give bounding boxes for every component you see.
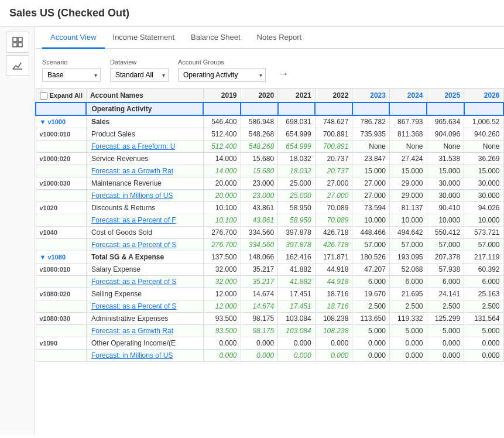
value-cell: 162.416 bbox=[278, 251, 316, 264]
account-name-cell: Total SG & A Expense bbox=[86, 251, 203, 264]
account-name-cell[interactable]: Forecast: in Millions of US bbox=[86, 190, 203, 202]
value-cell: 0.000 bbox=[278, 337, 316, 350]
account-name-cell[interactable]: Forecast: as a Percent of S bbox=[86, 276, 203, 288]
expand-cell[interactable]: ▼ v1080 bbox=[36, 251, 86, 264]
value-cell: 448.466 bbox=[352, 227, 390, 239]
value-cell: 18.716 bbox=[315, 300, 352, 313]
table-row: Forecast: as a Freeform: U512.400548.268… bbox=[36, 141, 503, 153]
value-cell: 15.680 bbox=[241, 165, 278, 177]
value-cell: None bbox=[389, 141, 427, 153]
value-cell: 217.119 bbox=[464, 251, 503, 264]
account-name-cell[interactable]: Forecast: as a Growth Rat bbox=[86, 325, 203, 337]
account-name-cell: Service Revenues bbox=[86, 153, 203, 165]
expand-cell[interactable]: v1000:020 bbox=[36, 153, 86, 165]
table-row: Forecast: as a Growth Rat14.00015.68018.… bbox=[36, 165, 503, 177]
expand-cell[interactable]: v1000:030 bbox=[36, 177, 86, 190]
value-cell: 965.634 bbox=[427, 115, 464, 128]
col-header-2019: 2019 bbox=[203, 89, 241, 103]
value-cell: 573.721 bbox=[464, 227, 503, 239]
expand-cell[interactable]: v1040 bbox=[36, 227, 86, 239]
value-cell bbox=[352, 102, 390, 115]
col-header-2023[interactable]: 2023 bbox=[352, 89, 390, 103]
value-cell: 0.000 bbox=[389, 337, 427, 350]
expand-cell[interactable]: v1080:020 bbox=[36, 288, 86, 300]
col-header-2024[interactable]: 2024 bbox=[389, 89, 427, 103]
grid-view-icon[interactable] bbox=[6, 32, 29, 53]
table-row: Forecast: as a Percent of S32.00035.2174… bbox=[36, 276, 503, 288]
expand-cell[interactable]: ▼ v1000 bbox=[36, 115, 86, 128]
value-cell: 20.000 bbox=[203, 177, 241, 190]
dataview-select[interactable]: Standard All bbox=[110, 68, 169, 82]
chart-view-icon[interactable] bbox=[6, 55, 29, 76]
expand-cell[interactable]: v1080:030 bbox=[36, 313, 86, 325]
table-row: v1000:020Service Revenues14.00015.68018.… bbox=[36, 153, 503, 165]
table-row: Forecast: in Millions of US0.0000.0000.0… bbox=[36, 350, 503, 362]
value-cell: 27.424 bbox=[389, 153, 427, 165]
value-cell bbox=[278, 102, 316, 115]
svg-rect-3 bbox=[18, 43, 22, 47]
value-cell: 171.871 bbox=[315, 251, 352, 264]
value-cell bbox=[315, 102, 352, 115]
table-row: Forecast: as a Percent of F10.10043.8615… bbox=[36, 214, 503, 227]
value-cell: 52.068 bbox=[389, 264, 427, 276]
value-cell: 0.000 bbox=[203, 350, 241, 362]
expand-cell[interactable]: v1080:010 bbox=[36, 264, 86, 276]
navigate-button[interactable]: → bbox=[275, 66, 292, 82]
expand-cell[interactable]: v1020 bbox=[36, 202, 86, 214]
value-cell: 60.392 bbox=[464, 264, 503, 276]
value-cell: 98.175 bbox=[241, 325, 278, 337]
value-cell: 700.891 bbox=[315, 141, 352, 153]
tab-notes-report[interactable]: Notes Report bbox=[249, 27, 310, 49]
value-cell: 546.400 bbox=[203, 115, 241, 128]
account-groups-filter-group: Account Groups Operating Activity bbox=[178, 59, 266, 82]
expand-cell bbox=[36, 300, 86, 313]
account-name-cell[interactable]: Forecast: as a Percent of S bbox=[86, 239, 203, 251]
col-header-2025[interactable]: 2025 bbox=[427, 89, 464, 103]
account-name-cell: Operating Activity bbox=[86, 102, 203, 115]
table-header-row: Expand All Account Names 2019 2020 2021 … bbox=[36, 89, 503, 103]
table-row: v1000:030Maintenance Revenue20.00023.000… bbox=[36, 177, 503, 190]
account-name-cell: Sales bbox=[86, 115, 203, 128]
value-cell: 748.627 bbox=[315, 115, 352, 128]
value-cell: 137.500 bbox=[203, 251, 241, 264]
expand-cell bbox=[36, 141, 86, 153]
value-cell: 23.000 bbox=[241, 190, 278, 202]
value-cell: 36.269 bbox=[464, 153, 503, 165]
table-row: Forecast: as a Percent of S276.700334.56… bbox=[36, 239, 503, 251]
account-name-cell[interactable]: Forecast: as a Freeform: U bbox=[86, 141, 203, 153]
scenario-select[interactable]: Base bbox=[42, 68, 101, 82]
expand-cell[interactable]: v1090 bbox=[36, 337, 86, 350]
value-cell: 57.000 bbox=[464, 239, 503, 251]
value-cell: 12.000 bbox=[203, 288, 241, 300]
value-cell: 108.238 bbox=[315, 325, 352, 337]
expand-all-checkbox[interactable] bbox=[40, 92, 47, 100]
account-name-cell[interactable]: Forecast: in Millions of US bbox=[86, 350, 203, 362]
expand-cell[interactable]: v1000:010 bbox=[36, 128, 86, 141]
value-cell: 90.410 bbox=[427, 202, 464, 214]
account-name-cell: Other Operating Income/(E bbox=[86, 337, 203, 350]
value-cell: 180.526 bbox=[352, 251, 390, 264]
value-cell: 93.500 bbox=[203, 325, 241, 337]
tab-account-view[interactable]: Account View bbox=[42, 27, 105, 49]
title-bar: Sales US (Checked Out) bbox=[0, 0, 504, 27]
value-cell: 904.096 bbox=[427, 128, 464, 141]
col-header-2021: 2021 bbox=[278, 89, 316, 103]
tab-income-statement[interactable]: Income Statement bbox=[105, 27, 183, 49]
account-groups-select-wrapper: Operating Activity bbox=[178, 68, 266, 82]
value-cell: 30.000 bbox=[464, 190, 503, 202]
tab-balance-sheet[interactable]: Balance Sheet bbox=[183, 27, 249, 49]
value-cell: 32.000 bbox=[203, 264, 241, 276]
scenario-label: Scenario bbox=[42, 59, 101, 66]
dataview-filter-group: Dataview Standard All bbox=[110, 59, 169, 82]
value-cell: 397.878 bbox=[278, 239, 316, 251]
value-cell: 426.718 bbox=[315, 227, 352, 239]
account-name-cell[interactable]: Forecast: as a Percent of S bbox=[86, 300, 203, 313]
account-name-cell[interactable]: Forecast: as a Growth Rat bbox=[86, 165, 203, 177]
col-header-2026[interactable]: 2026 bbox=[464, 89, 503, 103]
value-cell: 94.026 bbox=[464, 202, 503, 214]
value-cell: 18.032 bbox=[278, 165, 316, 177]
account-groups-select[interactable]: Operating Activity bbox=[178, 68, 266, 82]
value-cell: 10.100 bbox=[203, 202, 241, 214]
value-cell bbox=[203, 102, 241, 115]
account-name-cell[interactable]: Forecast: as a Percent of F bbox=[86, 214, 203, 227]
